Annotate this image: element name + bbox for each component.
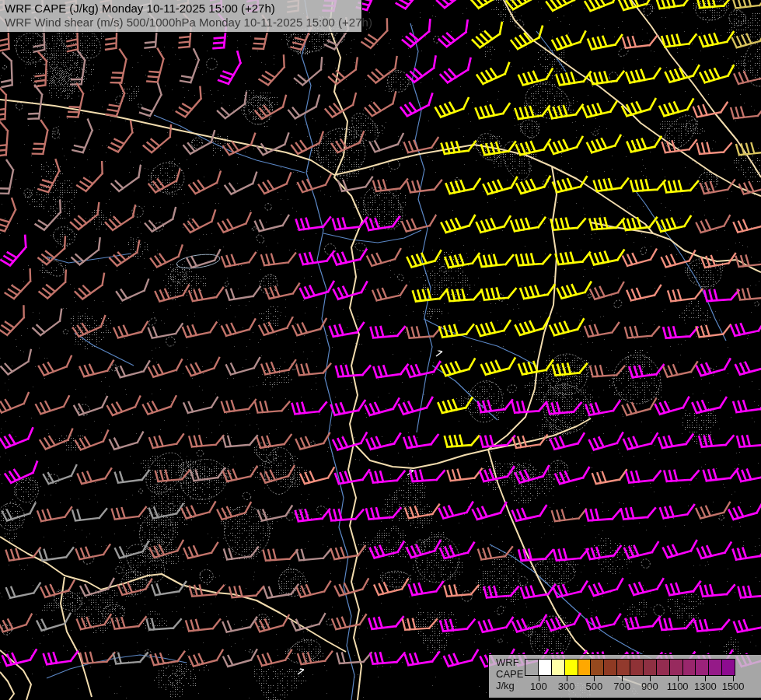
title-cape-line: WRF CAPE (J/kg) Monday 10-11-2025 15:00 … <box>5 2 357 16</box>
cape-colorbar-cell <box>551 659 565 676</box>
cape-colorbar-cell <box>669 659 683 676</box>
cape-colorbar-cell <box>590 659 604 676</box>
cape-legend-labels: WRF CAPE J/kg <box>496 656 523 691</box>
legend-tick-label: 1500 <box>717 681 749 692</box>
cape-legend-box: WRF CAPE J/kg 10030050070090011001300150… <box>488 654 761 698</box>
cape-colorbar-cell <box>616 659 630 676</box>
legend-tick-label: 300 <box>551 681 582 692</box>
cape-colorbar-cell <box>643 659 657 676</box>
legend-tick-label: 900 <box>634 681 665 692</box>
weather-map-canvas <box>0 0 761 700</box>
cape-colorbar-cell <box>578 659 592 676</box>
legend-tick-label: 500 <box>578 681 609 692</box>
cape-colorbar-cell <box>538 659 552 676</box>
cape-colorbar-cell <box>682 659 696 676</box>
cape-colorbar-cell <box>708 659 722 676</box>
cape-colorbar-cell <box>603 659 617 676</box>
legend-tick-label: 700 <box>606 681 637 692</box>
legend-label-units: J/kg <box>496 680 523 691</box>
cape-colorbar-cell <box>656 659 670 676</box>
legend-tick-label: 1300 <box>689 681 721 692</box>
cape-colorbar-cell <box>695 659 709 676</box>
map-title-box: WRF CAPE (J/kg) Monday 10-11-2025 15:00 … <box>0 0 362 33</box>
cape-colorbar <box>525 659 735 676</box>
legend-label-variable: CAPE <box>496 668 523 680</box>
cape-colorbar-cell <box>564 659 578 676</box>
legend-tick-label: 1100 <box>662 681 693 692</box>
cape-colorbar-cell <box>630 659 644 676</box>
cape-colorbar-cell <box>525 659 539 676</box>
legend-label-model: WRF <box>496 656 523 668</box>
legend-tick-label: 100 <box>523 681 554 692</box>
title-shear-line: WRF Wind shear (m/s) 500/1000hPa Monday … <box>5 16 357 30</box>
cape-colorbar-cell <box>721 659 735 676</box>
weather-map-stage: WRF CAPE (J/kg) Monday 10-11-2025 15:00 … <box>0 0 761 700</box>
